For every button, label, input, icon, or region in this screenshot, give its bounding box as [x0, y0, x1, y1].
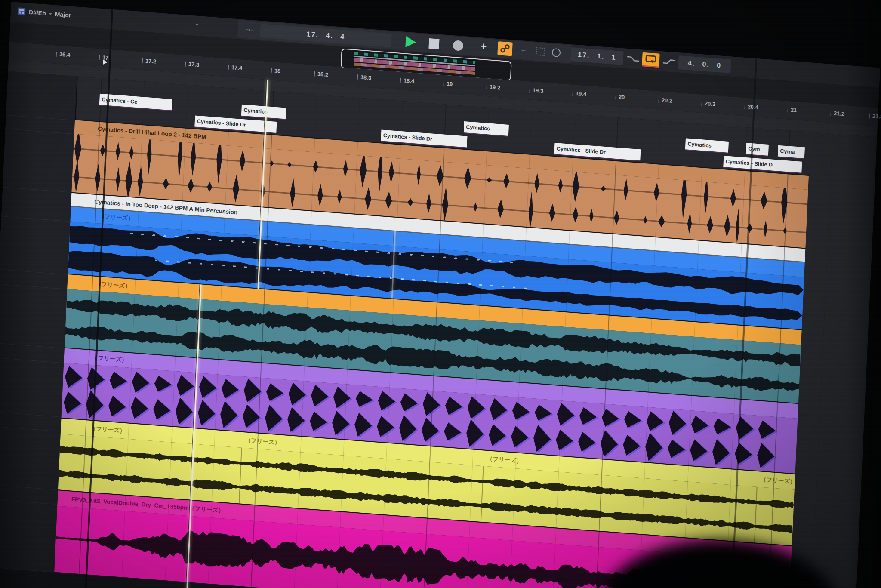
sidebar-row-line	[0, 343, 64, 348]
ruler-label: 16.4	[59, 51, 71, 58]
ruler-label: 18	[274, 68, 281, 74]
sidebar-row-line	[0, 499, 56, 505]
ruler-label: 18.3	[360, 74, 372, 81]
ruler-label: 19	[447, 80, 453, 87]
key-scale-chooser[interactable]: D#/Eb ▾ Major	[17, 5, 71, 22]
ruler-label: 20.2	[662, 97, 673, 104]
ruler-label: 20	[619, 93, 625, 100]
sidebar-row-line	[3, 187, 71, 193]
play-button[interactable]	[405, 36, 416, 48]
sidebar-row-line	[6, 129, 74, 134]
punch-out-icon[interactable]	[663, 58, 676, 65]
loop-icon	[642, 52, 660, 65]
loop-length-field[interactable]: 4. 0. 0	[678, 55, 731, 73]
chevron-down-icon[interactable]: ▾	[196, 22, 198, 28]
ruler-label: 17.3	[188, 61, 200, 68]
sidebar-row-line	[0, 357, 63, 363]
ruler-label: 20.3	[705, 100, 716, 108]
loop-start-field[interactable]: 17. 1. 1	[570, 47, 623, 65]
ruler-label: 19.4	[576, 90, 587, 98]
ruler-label: 21.2	[834, 110, 845, 117]
sidebar-row-line	[0, 484, 57, 490]
loop-button[interactable]	[642, 52, 659, 68]
ruler-label: 21.3	[872, 113, 881, 120]
link-icon	[497, 41, 512, 56]
add-button[interactable]: +	[480, 40, 487, 52]
daw-window: D#/Eb ▾ Major ▾ →‥ 17. 4. 4 + ← 17. 1. 1	[0, 2, 880, 588]
clip-label: （フリーズ）	[245, 436, 280, 446]
ruler-label: 19.2	[490, 84, 501, 91]
clip-label: （フリーズ）	[760, 476, 796, 486]
back-arrow-icon[interactable]: ←	[520, 45, 528, 54]
ruler-label: 18.2	[317, 71, 329, 78]
stop-button[interactable]	[428, 38, 439, 49]
sidebar-row-line	[0, 412, 61, 417]
ruler-label: 17.2	[145, 58, 157, 65]
sidebar-row-line	[0, 284, 66, 289]
ruler-label: 17.4	[231, 64, 243, 71]
follow-icon[interactable]: →‥	[245, 24, 255, 33]
song-start-marker[interactable]	[103, 59, 108, 65]
link-toggle-button[interactable]	[497, 41, 512, 56]
ruler-label: 18.4	[404, 77, 415, 84]
mini-clip[interactable]: Cyma	[778, 145, 805, 159]
sidebar-row-line	[0, 269, 67, 275]
keyboard-icon	[18, 7, 26, 15]
sidebar-row-line	[6, 115, 74, 120]
punch-in-icon[interactable]	[627, 55, 640, 62]
key-root[interactable]: D#/Eb	[29, 9, 46, 17]
sidebar-row-line	[0, 426, 60, 432]
ruler-label: 19.3	[533, 87, 544, 94]
key-scale[interactable]: Major	[55, 11, 71, 19]
dotted-selection-icon[interactable]	[536, 47, 545, 56]
clip-label: （フリーズ）	[90, 425, 126, 435]
mini-clip[interactable]: Cym	[746, 143, 769, 156]
chevron-down-icon: ▾	[49, 11, 52, 16]
ruler-label: 21	[791, 107, 797, 114]
sidebar-row-line	[1, 216, 69, 222]
clip-label: （フリーズ）	[487, 455, 522, 465]
